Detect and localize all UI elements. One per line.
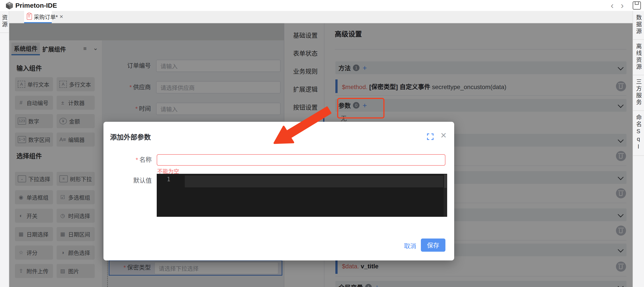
nav-back-icon[interactable]: ‹ xyxy=(611,1,614,11)
left-rail: 资源 xyxy=(0,11,9,287)
name-field-label: *名称 xyxy=(112,154,152,166)
editor-scrollbar[interactable] xyxy=(444,174,447,217)
annotation-arrow-icon xyxy=(270,103,335,147)
rail-item-data-source[interactable]: 数据源 xyxy=(633,11,644,40)
default-value-code-editor[interactable]: 1 xyxy=(157,174,447,217)
application-window: 系统组件 扩展组件 ≡ ⌄ 输入组件 A单行文本 A多行文本 #自动编号 ±计数… xyxy=(0,0,644,287)
tab-close-icon[interactable]: × xyxy=(60,14,63,20)
editor-scrollbar-thumb[interactable] xyxy=(444,175,447,188)
rail-item-resources[interactable]: 资源 xyxy=(0,11,9,33)
app-header: Primeton-IDE ‹ › xyxy=(0,0,644,12)
default-value-label: 默认值 xyxy=(112,176,152,184)
tab-purchase-order[interactable]: 采购订单* × xyxy=(24,11,52,23)
rail-item-offline-resources[interactable]: 离线资源 xyxy=(633,40,644,75)
primeton-logo-icon xyxy=(5,1,14,10)
app-title: Primeton-IDE xyxy=(15,2,57,9)
tab-strip: 采购订单* × xyxy=(9,11,632,23)
tab-label: 采购订单* xyxy=(34,13,58,21)
nav-forward-icon[interactable]: › xyxy=(621,1,624,11)
close-icon[interactable]: × xyxy=(440,130,446,140)
annotation-highlight-box xyxy=(337,98,384,119)
rail-item-third-party-services[interactable]: 三方服务 xyxy=(633,75,644,111)
editor-line-number: 1 xyxy=(161,176,170,183)
name-input[interactable] xyxy=(157,154,446,166)
save-file-icon[interactable] xyxy=(632,1,641,10)
dialog-title: 添加外部参数 xyxy=(110,132,151,142)
cancel-button[interactable]: 取消 xyxy=(404,241,416,250)
fullscreen-icon[interactable] xyxy=(427,133,434,140)
editor-current-line xyxy=(185,176,443,187)
required-mark: * xyxy=(136,156,138,163)
right-rail: 数据源 离线资源 三方服务 命名Sql xyxy=(632,11,644,287)
rail-item-named-sql[interactable]: 命名Sql xyxy=(633,111,644,156)
save-button[interactable]: 保存 xyxy=(421,238,446,252)
form-document-icon xyxy=(27,13,32,20)
